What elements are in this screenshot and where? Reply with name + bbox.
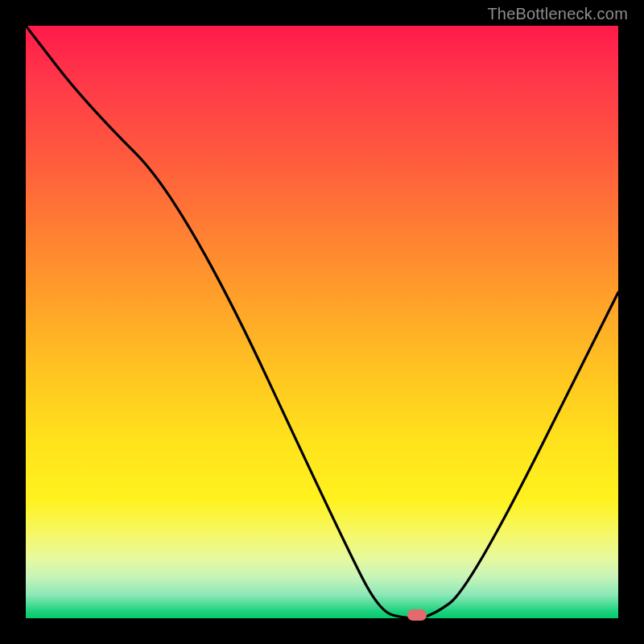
watermark-text: TheBottleneck.com [487, 5, 628, 23]
curve-path [26, 26, 618, 618]
optimal-marker [407, 609, 427, 621]
chart-stage: TheBottleneck.com [0, 0, 644, 644]
plot-area [26, 26, 618, 618]
data-curve [26, 26, 618, 618]
